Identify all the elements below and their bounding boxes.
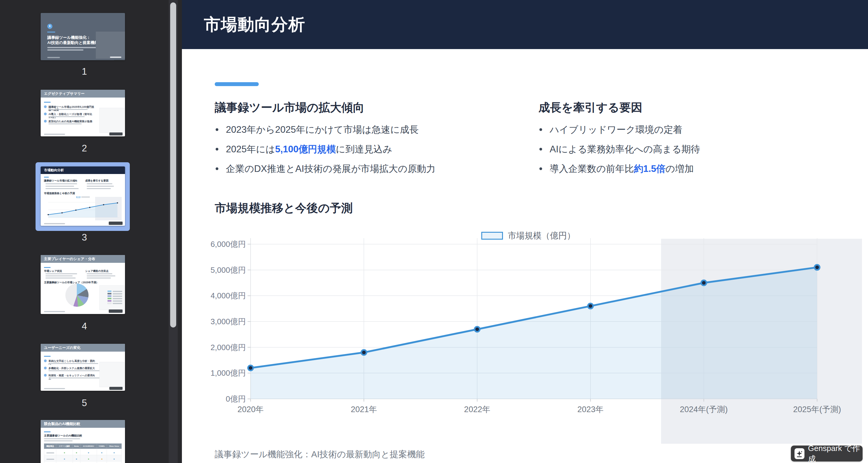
text-placeholder xyxy=(45,188,79,189)
thumb5-bullet: 単純な文字起こしから高度な分析・要約へ xyxy=(49,359,97,365)
microphone-icon xyxy=(47,24,53,29)
data-point-core xyxy=(702,281,706,285)
text-placeholder xyxy=(49,370,100,371)
x-tick-label: 2024年(予測) xyxy=(680,405,727,414)
thumbnail-number-4: 4 xyxy=(0,321,169,332)
footer-placeholder xyxy=(44,388,65,389)
text-placeholder xyxy=(45,275,72,276)
text-placeholder xyxy=(44,438,80,439)
thumb6-header: 競合製品のAI機能比較 xyxy=(41,420,125,428)
bullet-icon xyxy=(44,374,47,376)
section-market-expansion: 議事録ツール市場の拡大傾向 2023年から2025年にかけて市場は急速に成長 2… xyxy=(215,101,525,183)
thumb5-bullet: 利便性・精度・セキュリティへの要求向上 xyxy=(49,374,97,380)
bullet-item: 2023年から2025年にかけて市場は急速に成長 xyxy=(215,125,525,135)
bullet-item: 2025年には5,100億円規模に到達見込み xyxy=(215,144,525,154)
mini-pie-chart xyxy=(65,284,89,307)
text-placeholder xyxy=(45,186,74,187)
thumb2-bullet: 議事録ツール市場は2025年5,100億円規模へ成長 xyxy=(49,105,95,111)
y-tick-label: 0億円 xyxy=(226,394,246,403)
thumb2-bullet: 差別化のための先進AI機能実装が急務 xyxy=(49,120,92,123)
thumb6-subtitle: 主要議事録ツールのAI機能比較 xyxy=(44,434,82,438)
thumb4-col1: 市場シェア状況 xyxy=(44,269,62,273)
mini-comparison-table: 機能/製品 スマート議事 Notta AI GIJIROKU YOMEL Rim… xyxy=(44,443,122,463)
bullet-item: 企業のDX推進とAI技術の発展が市場拡大の原動力 xyxy=(215,164,525,174)
text-placeholder xyxy=(87,186,114,187)
thumbnail-slide-5[interactable]: ユーザーニーズの変化 単純な文字起こしから高度な分析・要約へ 多機能化・外部シス… xyxy=(41,344,125,391)
slide-thumbnail-panel: 議事録ツール機能強化： AI技術の最新動向と提案機能 1 エグゼクティブサマリー… xyxy=(0,0,182,463)
thumbnail-number-2: 2 xyxy=(0,143,169,154)
accent-line xyxy=(44,267,51,268)
thumb3-col2: 成長を牽引する要因 xyxy=(85,179,108,183)
x-tick-label: 2020年 xyxy=(237,405,264,414)
bullet-icon xyxy=(44,120,47,123)
y-tick-label: 2,000億円 xyxy=(211,343,246,352)
slide-canvas: 市場動向分析 議事録ツール市場の拡大傾向 2023年から2025年にかけて市場は… xyxy=(182,0,868,463)
thumb2-header: エグゼクティブサマリー xyxy=(41,90,125,98)
section-growth-drivers: 成長を牽引する要因 ハイブリッドワーク環境の定着 AIによる業務効率化への高まる… xyxy=(538,101,840,183)
thumbnail-slide-1[interactable]: 議事録ツール機能強化： AI技術の最新動向と提案機能 xyxy=(41,13,125,60)
x-tick-label: 2022年 xyxy=(464,405,490,414)
bullet-icon xyxy=(44,105,47,108)
x-tick-label: 2025年(予測) xyxy=(793,405,841,414)
thumb3-col1: 議事録ツール市場の拡大傾向 xyxy=(44,179,78,183)
bullet-item: 導入企業数の前年比約1.5倍の増加 xyxy=(538,164,840,174)
thumbnail-number-3: 3 xyxy=(0,232,169,243)
y-tick-label: 1,000億円 xyxy=(211,368,246,377)
mini-genspark-badge xyxy=(109,132,123,135)
dept-placeholder xyxy=(110,57,121,58)
y-tick-label: 5,000億円 xyxy=(211,266,246,274)
bullet-icon xyxy=(44,359,47,362)
image-placeholder xyxy=(99,108,124,133)
footer-placeholder xyxy=(44,223,65,224)
slide-footer-text: 議事録ツール機能強化：AI技術の最新動向と提案機能 xyxy=(215,449,425,461)
data-point-core xyxy=(249,366,252,370)
genspark-badge-label: Genspark で作成 xyxy=(808,443,863,463)
thumbnail-slide-2[interactable]: エグゼクティブサマリー 議事録ツール市場は2025年5,100億円規模へ成長 A… xyxy=(41,90,125,136)
text-placeholder xyxy=(45,183,77,184)
text-placeholder xyxy=(49,363,98,364)
text-placeholder xyxy=(87,277,111,278)
mini-genspark-badge xyxy=(109,222,123,225)
text-placeholder xyxy=(87,183,112,184)
data-point-core xyxy=(475,328,479,331)
thumbnail-number-5: 5 xyxy=(0,398,169,408)
mini-genspark-badge xyxy=(109,309,123,313)
slide-header: 市場動向分析 xyxy=(182,0,868,49)
bullet-icon xyxy=(44,367,47,369)
y-tick-label: 6,000億円 xyxy=(211,240,246,249)
y-tick-label: 3,000億円 xyxy=(211,317,246,326)
thumb4-col2: シェア構造の注目点 xyxy=(85,269,108,273)
chart-section-title: 市場規模推移と今後の予測 xyxy=(215,200,353,216)
thumbnail-number-1: 1 xyxy=(0,66,169,77)
image-placeholder xyxy=(96,32,125,59)
text-placeholder xyxy=(49,377,102,378)
accent-line xyxy=(44,356,51,357)
mini-genspark-badge xyxy=(109,387,123,390)
text-placeholder xyxy=(49,116,85,117)
thumb5-bullet: 多機能化・外部システム連携の需要拡大 xyxy=(49,367,95,370)
thumb1-title: 議事録ツール機能強化： AI技術の最新動向と提案機能 xyxy=(47,35,98,45)
genspark-badge[interactable]: Genspark で作成 xyxy=(791,445,863,462)
thumb4-subtitle: 主要議事録ツールの市場シェア（2025年予測） xyxy=(44,281,99,285)
sidebar-scrollbar-thumb[interactable] xyxy=(170,2,176,328)
bullet-item: ハイブリッドワーク環境の定着 xyxy=(538,125,840,135)
bullet-dot xyxy=(216,167,218,170)
text-placeholder xyxy=(87,188,111,189)
genspark-sparkle-icon xyxy=(795,448,804,459)
bullet-icon xyxy=(44,112,47,115)
mini-line-chart xyxy=(44,196,122,223)
accent-bar xyxy=(215,82,259,86)
bullet-dot xyxy=(539,128,542,131)
footer-placeholder xyxy=(44,311,65,312)
thumbnail-slide-3-selected[interactable]: 市場動向分析 議事録ツール市場の拡大傾向 成長を牽引する要因 市場規模推移と今後… xyxy=(41,166,125,226)
text-placeholder xyxy=(49,109,88,110)
data-point-core xyxy=(362,351,366,354)
accent-line xyxy=(44,177,49,177)
data-point-core xyxy=(589,304,592,308)
text-placeholder xyxy=(87,273,112,274)
image-placeholder xyxy=(99,362,124,387)
thumbnail-slide-6[interactable]: 競合製品のAI機能比較 主要議事録ツールのAI機能比較 機能/製品 スマート議事… xyxy=(41,420,125,463)
accent-line xyxy=(44,102,51,103)
thumbnail-slide-4[interactable]: 主要プレイヤーのシェア・分布 市場シェア状況 シェア構造の注目点 主要議事録ツー… xyxy=(41,255,125,314)
thumb4-header: 主要プレイヤーのシェア・分布 xyxy=(41,255,125,263)
